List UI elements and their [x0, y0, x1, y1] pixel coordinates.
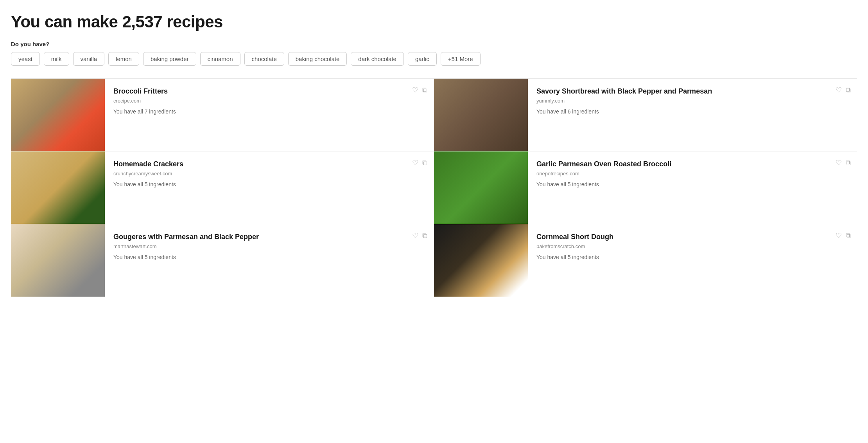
- open-button-cornmeal-short-dough[interactable]: ⧉: [846, 232, 851, 240]
- recipe-image-garlic-parmesan-broccoli: [434, 151, 528, 224]
- recipe-card-broccoli-fritters: ♡ ⧉ Broccoli Fritters crecipe.com You ha…: [11, 78, 434, 151]
- recipe-info-homemade-crackers: ♡ ⧉ Homemade Crackers crunchycreamysweet…: [105, 151, 434, 224]
- recipe-card-homemade-crackers: ♡ ⧉ Homemade Crackers crunchycreamysweet…: [11, 151, 434, 224]
- chip-milk[interactable]: milk: [44, 52, 69, 66]
- recipe-image-homemade-crackers: [11, 151, 105, 224]
- favorite-button-cornmeal-short-dough[interactable]: ♡: [836, 231, 842, 240]
- recipe-card-cornmeal-short-dough: ♡ ⧉ Cornmeal Short Dough bakefromscratch…: [434, 224, 857, 297]
- recipe-card-gougeres: ♡ ⧉ Gougeres with Parmesan and Black Pep…: [11, 224, 434, 297]
- chip-dark_chocolate[interactable]: dark chocolate: [351, 52, 404, 66]
- recipe-source-gougeres: marthastewart.com: [113, 243, 426, 249]
- recipe-title-cornmeal-short-dough: Cornmeal Short Dough: [536, 232, 849, 241]
- recipe-title-garlic-parmesan-broccoli: Garlic Parmesan Oven Roasted Broccoli: [536, 159, 849, 169]
- open-button-savory-shortbread[interactable]: ⧉: [846, 86, 851, 94]
- chip-vanilla[interactable]: vanilla: [73, 52, 105, 66]
- recipe-source-cornmeal-short-dough: bakefromscratch.com: [536, 243, 849, 249]
- recipe-info-garlic-parmesan-broccoli: ♡ ⧉ Garlic Parmesan Oven Roasted Broccol…: [528, 151, 857, 224]
- chip-cinnamon[interactable]: cinnamon: [200, 52, 240, 66]
- recipe-actions-broccoli-fritters: ♡ ⧉: [412, 86, 427, 94]
- favorite-button-garlic-parmesan-broccoli[interactable]: ♡: [836, 158, 842, 167]
- recipe-card-garlic-parmesan-broccoli: ♡ ⧉ Garlic Parmesan Oven Roasted Broccol…: [434, 151, 857, 224]
- open-button-garlic-parmesan-broccoli[interactable]: ⧉: [846, 159, 851, 167]
- recipe-actions-cornmeal-short-dough: ♡ ⧉: [836, 231, 851, 240]
- recipe-info-gougeres: ♡ ⧉ Gougeres with Parmesan and Black Pep…: [105, 224, 434, 297]
- recipe-actions-garlic-parmesan-broccoli: ♡ ⧉: [836, 158, 851, 167]
- recipe-source-homemade-crackers: crunchycreamysweet.com: [113, 171, 426, 176]
- chip-baking_chocolate[interactable]: baking chocolate: [288, 52, 347, 66]
- recipe-title-homemade-crackers: Homemade Crackers: [113, 159, 426, 169]
- recipe-actions-homemade-crackers: ♡ ⧉: [412, 158, 427, 167]
- recipe-actions-gougeres: ♡ ⧉: [412, 231, 427, 240]
- recipe-ingredients-note-garlic-parmesan-broccoli: You have all 5 ingredients: [536, 181, 849, 187]
- recipe-actions-savory-shortbread: ♡ ⧉: [836, 86, 851, 94]
- chip-baking_powder[interactable]: baking powder: [143, 52, 196, 66]
- recipe-image-cornmeal-short-dough: [434, 224, 528, 297]
- recipe-ingredients-note-gougeres: You have all 5 ingredients: [113, 254, 426, 260]
- favorite-button-gougeres[interactable]: ♡: [412, 231, 418, 240]
- chip-yeast[interactable]: yeast: [11, 52, 40, 66]
- favorite-button-homemade-crackers[interactable]: ♡: [412, 158, 418, 167]
- chip-lemon[interactable]: lemon: [108, 52, 139, 66]
- recipe-info-savory-shortbread: ♡ ⧉ Savory Shortbread with Black Pepper …: [528, 79, 857, 151]
- recipe-ingredients-note-savory-shortbread: You have all 6 ingredients: [536, 108, 849, 115]
- recipe-source-savory-shortbread: yummly.com: [536, 98, 849, 104]
- chip-chocolate[interactable]: chocolate: [244, 52, 284, 66]
- recipe-title-gougeres: Gougeres with Parmesan and Black Pepper: [113, 232, 426, 241]
- recipe-ingredients-note-cornmeal-short-dough: You have all 5 ingredients: [536, 254, 849, 260]
- open-button-gougeres[interactable]: ⧉: [422, 232, 427, 240]
- recipe-info-cornmeal-short-dough: ♡ ⧉ Cornmeal Short Dough bakefromscratch…: [528, 224, 857, 297]
- recipe-ingredients-note-broccoli-fritters: You have all 7 ingredients: [113, 108, 426, 115]
- recipe-image-gougeres: [11, 224, 105, 297]
- open-button-homemade-crackers[interactable]: ⧉: [422, 159, 427, 167]
- recipe-source-broccoli-fritters: crecipe.com: [113, 98, 426, 104]
- ingredient-chips-container: yeastmilkvanillalemonbaking powdercinnam…: [11, 52, 857, 66]
- chip-garlic[interactable]: garlic: [408, 52, 437, 66]
- recipe-title-savory-shortbread: Savory Shortbread with Black Pepper and …: [536, 86, 849, 96]
- recipe-info-broccoli-fritters: ♡ ⧉ Broccoli Fritters crecipe.com You ha…: [105, 79, 434, 151]
- recipe-card-savory-shortbread: ♡ ⧉ Savory Shortbread with Black Pepper …: [434, 78, 857, 151]
- recipe-source-garlic-parmesan-broccoli: onepotrecipes.com: [536, 171, 849, 176]
- open-button-broccoli-fritters[interactable]: ⧉: [422, 86, 427, 94]
- recipes-grid: ♡ ⧉ Broccoli Fritters crecipe.com You ha…: [11, 78, 857, 297]
- recipe-image-savory-shortbread: [434, 79, 528, 151]
- favorite-button-savory-shortbread[interactable]: ♡: [836, 86, 842, 94]
- page-title: You can make 2,537 recipes: [11, 13, 857, 31]
- favorite-button-broccoli-fritters[interactable]: ♡: [412, 86, 418, 94]
- recipe-title-broccoli-fritters: Broccoli Fritters: [113, 86, 426, 96]
- chip-more[interactable]: +51 More: [441, 52, 481, 66]
- do-you-have-label: Do you have?: [11, 41, 857, 47]
- recipe-ingredients-note-homemade-crackers: You have all 5 ingredients: [113, 181, 426, 187]
- recipe-image-broccoli-fritters: [11, 79, 105, 151]
